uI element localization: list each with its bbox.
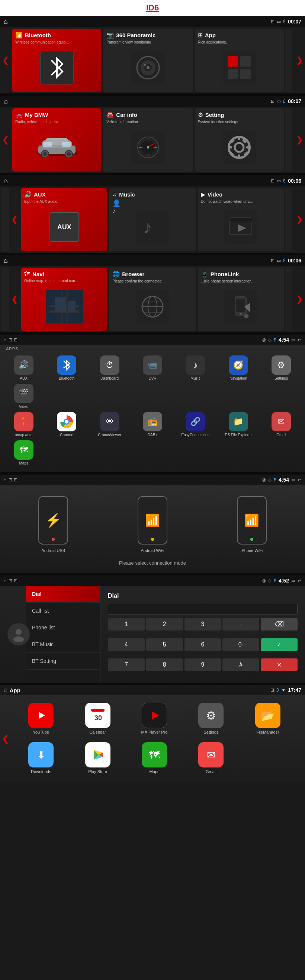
connection-android-usb[interactable]: ⚡ Android USB [38,496,68,553]
app-card-panoramic[interactable]: 📷 360 Panoramic Panoramic view monitorin… [103,29,192,92]
android-icons-7: ⊡ ⊡ [8,578,17,583]
nav-arrow-left-8[interactable]: ❮ [2,733,9,744]
dial-display[interactable] [108,604,297,615]
nav-arrow-left-2[interactable]: ❮ [0,107,11,173]
android-app-cronus[interactable]: 👁 CronusViewer [90,412,129,438]
dial-key-5[interactable]: 5 [146,638,183,651]
aux-image: AUX [24,207,104,248]
app-card-carinfo[interactable]: 🚘 Car info Vehicle information. [103,108,192,172]
nav-arrow-left-1[interactable]: ❮ [0,27,11,94]
home-icon-3[interactable]: ⌂ [4,177,8,185]
appstore-app-settings2[interactable]: ⚙ Settings [185,703,237,735]
nav-arrow-left-4[interactable]: ❮ [9,266,20,332]
svg-point-28 [235,143,244,152]
dial-key-4[interactable]: 4 [108,638,145,651]
android-cronus-label: CronusViewer [98,433,121,438]
dial-key-7[interactable]: 7 [108,659,145,671]
app-card-app[interactable]: ⊞ App Rich applications. [195,29,284,92]
dial-key-action2[interactable]: ✕ [261,659,297,671]
android-gmail-label: Gmail [276,433,286,438]
app-card-navi[interactable]: 🗺 Navi Online map, real time road con... [21,267,107,331]
app-card-phonelink[interactable]: 📱 PhoneLink ...bile phone screen interac… [198,267,284,331]
android-app-navigation[interactable]: 🧭 Navigation [218,355,258,381]
app-card-aux[interactable]: 🔊 AUX Input the AUX audio. AUX [21,188,107,251]
home-icon-4[interactable]: ⌂ [4,257,8,265]
android-app-dab[interactable]: 📻 DAB+ [132,412,172,438]
dial-sidebar-item-btsetting[interactable]: BT Setting [26,653,100,670]
nav-arrow-right-2[interactable]: ❯ [294,107,305,173]
home-icon-5[interactable]: ⌂ [4,337,6,342]
location-icon-7: ◎ [262,578,266,583]
android-app-maps[interactable]: 🗺 Maps [4,440,43,466]
home-icon-2[interactable]: ⌂ [4,97,8,105]
nav-arrow-right-3[interactable]: ❯ [294,186,305,253]
dial-sidebar-item-dial[interactable]: Dial [26,586,100,603]
appstore-app-downloads[interactable]: ⬇ Downloads [15,742,67,774]
app-card-mybmw[interactable]: 🚗 My BMW Radio, vehicle setting, etc. [12,108,101,172]
appstore-app-youtube[interactable]: YouTube [15,703,67,735]
mybmw-icon: 🚗 [15,111,23,118]
appstore-app-calendar[interactable]: 30 Calendar [71,703,124,735]
dial-key-8[interactable]: 8 [146,659,183,671]
svg-point-16 [67,152,71,156]
android-app-dvr[interactable]: 📹 DVR [132,355,172,381]
dial-key-0dash[interactable]: 0- [222,638,259,651]
app-card-browser[interactable]: 🌐 Browser Please confirm the connected..… [110,267,195,331]
appstore-app-playstore[interactable]: Play Store [71,742,124,774]
android-app-settings[interactable]: ⚙ Settings [262,355,301,381]
home-icon-1[interactable]: ⌂ [4,18,8,26]
android-app-music[interactable]: ♪ Music [176,355,215,381]
appstore-gmail2-label: Gmail [206,769,216,774]
android-esfile-icon: 📁 [229,412,248,431]
appstore-filemanager-label: FileManager [256,730,279,735]
dial-key-6[interactable]: 6 [184,638,221,651]
dial-sidebar-item-phonelist[interactable]: Phone list [26,619,100,636]
screen-2: ⌂ ⊡ ▭ ₿ 00:07 ❮ 🚗 My BMW Radio, vehicle … [0,95,305,173]
android-app-easyconn[interactable]: 🔗 EasyConne ction [176,412,215,438]
android-app-amap[interactable]: 📍 amap auto [4,412,43,438]
app-card-bluetooth[interactable]: 📶 Bluetooth Wireless communication equip… [12,29,101,92]
android-app-chrome[interactable]: Chrome [46,412,86,438]
dial-key-hash[interactable]: # [222,659,259,671]
dial-key-dot[interactable]: · [222,618,259,630]
battery-icon-3: ▭ [277,178,281,183]
phone-iphone-wifi: 📶 [237,496,267,544]
dial-key-2[interactable]: 2 [146,618,183,630]
dial-key-1[interactable]: 1 [108,618,145,630]
connection-hint: Please select connection mode [0,557,305,573]
back-icon-5[interactable]: ↩ [297,337,301,342]
back-icon-7[interactable]: ↩ [297,578,301,583]
home-icon-6[interactable]: ⌂ [4,477,6,482]
dial-key-backspace[interactable]: ⌫ [261,618,297,630]
home-icon-7[interactable]: ⌂ [4,578,6,583]
android-app-video[interactable]: 🎬 Video [4,384,43,409]
android-aux-icon: 🔊 [14,355,33,375]
android-app-gmail[interactable]: ✉ Gmail [262,412,301,438]
back-icon-6[interactable]: ↩ [297,477,301,482]
android-app-esfile[interactable]: 📁 ES File Explorer [218,412,258,438]
appstore-app-mxplayer[interactable]: MX Player Pro [128,703,180,735]
appstore-app-filemanager[interactable]: 📂 FileManager [242,703,294,735]
app-card-music[interactable]: ♫ Music 👤 ♪ ♪ [110,188,195,251]
nav-arrow-right-4[interactable]: ❯ [294,266,305,332]
android-app-aux[interactable]: 🔊 AUX [4,355,43,381]
app-title: App [205,32,216,38]
connection-android-wifi[interactable]: 📶 Android WiFi [138,496,167,553]
dial-sidebar-item-btmusic[interactable]: BT Music [26,636,100,653]
dial-key-3[interactable]: 3 [184,618,221,630]
appstore-app-gmail2[interactable]: ✉ Gmail [185,742,237,774]
android-app-bluetooth[interactable]: Bluetooth [46,355,86,381]
connection-iphone-wifi[interactable]: 📶 iPhone WiFi [237,496,267,553]
app-card-setting[interactable]: ⚙ Setting System function settings. [195,108,284,172]
nav-arrow-left-3[interactable]: ❮ [9,186,20,253]
home-icon-8[interactable]: ⌂ [4,687,8,694]
appstore-app-maps2[interactable]: 🗺 Maps [128,742,180,774]
dial-key-9[interactable]: 9 [184,659,221,671]
app-card-video[interactable]: ▶ Video Do not watch video when drivi... [198,188,284,251]
nav-arrow-right-1[interactable]: ❯ [294,27,305,94]
dial-sidebar-item-calllist[interactable]: Call list [26,603,100,619]
setting-desc: System function settings. [198,120,281,124]
overflow-right-1 [285,29,292,92]
android-app-dashboard[interactable]: ⏱ Dashboard [90,355,129,381]
dial-key-action1[interactable]: ✓ [261,638,297,651]
